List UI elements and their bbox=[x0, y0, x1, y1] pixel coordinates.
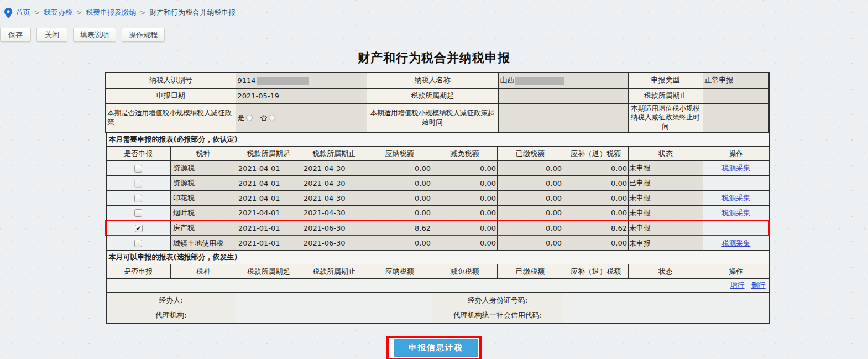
col-header-status: 状态 bbox=[629, 264, 703, 279]
vat-policy-no-label: 否 bbox=[260, 113, 268, 122]
cell-payable: 0.00 bbox=[367, 236, 432, 251]
taxpayer-name-label: 纳税人名称 bbox=[367, 72, 498, 88]
redaction-block bbox=[515, 77, 564, 85]
cell-action-empty bbox=[703, 176, 770, 191]
cell-paid: 0.00 bbox=[498, 176, 563, 191]
cell-paid: 0.00 bbox=[498, 206, 563, 221]
period-start-label: 税款所属期起 bbox=[367, 88, 498, 103]
declare-checkbox[interactable] bbox=[134, 165, 142, 173]
col-header-status: 状态 bbox=[629, 147, 703, 161]
cell-period-start: 2021-01-01 bbox=[236, 221, 301, 236]
taxpayer-id-label: 纳税人识别号 bbox=[106, 72, 236, 88]
vat-policy-end-value bbox=[703, 103, 769, 132]
breadcrumb-separator: > bbox=[140, 9, 145, 17]
col-header-payable: 应纳税额 bbox=[367, 264, 432, 279]
tax-source-collect-link[interactable]: 税源采集 bbox=[721, 209, 750, 217]
agency-code-value-field[interactable] bbox=[563, 308, 770, 324]
col-header-tax-type: 税种 bbox=[171, 264, 236, 279]
vat-policy-label: 本期是否适用增值税小规模纳税人减征政策 bbox=[106, 103, 236, 132]
table-row-tobacco-tax: 烟叶税 2021-04-01 2021-04-30 0.00 0.00 0.00… bbox=[106, 206, 770, 221]
breadcrumb-home[interactable]: 首页 bbox=[16, 8, 30, 18]
col-header-payable: 应纳税额 bbox=[367, 147, 432, 161]
col-header-declare: 是否申报 bbox=[106, 264, 171, 279]
col-header-period-end: 税款所属期止 bbox=[301, 147, 367, 161]
operation-procedure-button[interactable]: 操作规程 bbox=[122, 28, 165, 42]
cell-payable: 0.00 bbox=[367, 206, 432, 221]
declare-checkbox[interactable] bbox=[134, 209, 142, 217]
agency-value-field[interactable] bbox=[236, 308, 432, 324]
cell-reduction: 0.00 bbox=[432, 221, 498, 236]
declare-checkbox-checked[interactable]: ✔ bbox=[135, 225, 143, 232]
breadcrumb-tax-services[interactable]: 我要办税 bbox=[44, 8, 72, 18]
table-row-stamp-tax: 印花税 2021-04-01 2021-04-30 0.00 0.00 0.00… bbox=[106, 191, 770, 206]
declare-checkbox[interactable] bbox=[134, 240, 142, 247]
breadcrumb-current-page: 财产和行为税合并纳税申报 bbox=[149, 8, 236, 18]
tax-source-collect-link[interactable]: 税源采集 bbox=[721, 164, 750, 172]
table-row-urban-land-tax: 城镇土地使用税 2021-01-01 2021-06-30 0.00 0.00 … bbox=[106, 236, 770, 251]
breadcrumb-separator: > bbox=[76, 9, 82, 17]
status-badge: 未申报 bbox=[629, 191, 703, 206]
declaration-table: 本月需要申报的报表(必报部分，依认定) 是否申报 税种 税款所属期起 税款所属期… bbox=[105, 132, 770, 324]
highlight-annotation-box: 申报信息计税 bbox=[386, 336, 482, 359]
cell-period-end: 2021-06-30 bbox=[301, 236, 367, 251]
taxpayer-id-value: 9114 bbox=[236, 72, 367, 88]
tax-source-collect-link[interactable]: 税源采集 bbox=[721, 239, 750, 247]
col-header-paid: 已缴税额 bbox=[498, 147, 563, 161]
cell-paid: 0.00 bbox=[498, 221, 563, 236]
save-button[interactable]: 保存 bbox=[0, 28, 31, 42]
submit-area: 申报信息计税 bbox=[0, 336, 868, 359]
cell-tax-type: 印花税 bbox=[171, 191, 236, 206]
declare-checkbox bbox=[134, 180, 142, 188]
cell-paid: 0.00 bbox=[498, 191, 563, 206]
cell-payable: 0.00 bbox=[367, 176, 432, 191]
breadcrumb-declare-pay[interactable]: 税费申报及缴纳 bbox=[86, 8, 136, 18]
period-end-label: 税款所属期止 bbox=[628, 88, 703, 103]
vat-policy-yes-radio[interactable] bbox=[246, 115, 253, 121]
table-row-resource-tax-2: 资源税 2021-04-01 2021-04-30 0.00 0.00 0.00… bbox=[106, 176, 770, 191]
col-header-action: 操作 bbox=[703, 264, 770, 279]
agent-label: 经办人: bbox=[106, 293, 236, 308]
cell-period-end: 2021-04-30 bbox=[301, 206, 367, 221]
location-pin-icon bbox=[4, 8, 12, 18]
agent-row: 经办人: 经办人身份证号码: bbox=[106, 293, 770, 308]
col-header-due: 应补（退）税额 bbox=[563, 147, 629, 161]
col-header-period-start: 税款所属期起 bbox=[236, 264, 301, 279]
status-badge: 未申报 bbox=[629, 221, 703, 236]
required-section-title: 本月需要申报的报表(必报部分，依认定) bbox=[106, 132, 770, 147]
period-start-value bbox=[498, 88, 628, 103]
vat-policy-start-value bbox=[498, 103, 628, 132]
status-badge: 未申报 bbox=[629, 161, 703, 176]
status-badge: 未申报 bbox=[629, 236, 703, 251]
agent-id-value-field[interactable] bbox=[563, 293, 770, 308]
agent-value-field[interactable] bbox=[236, 293, 432, 308]
close-button[interactable]: 关闭 bbox=[36, 28, 67, 42]
vat-policy-no-radio[interactable] bbox=[269, 115, 275, 121]
cell-reduction: 0.00 bbox=[432, 191, 498, 206]
col-header-action: 操作 bbox=[703, 147, 770, 161]
tax-source-collect-link[interactable]: 税源采集 bbox=[721, 194, 750, 202]
cell-payable: 8.62 bbox=[367, 221, 432, 236]
breadcrumb-separator: > bbox=[34, 9, 40, 17]
col-header-paid: 已缴税额 bbox=[498, 264, 563, 279]
cell-period-start: 2021-04-01 bbox=[236, 161, 301, 176]
toolbar: 保存 关闭 填表说明 操作规程 bbox=[0, 19, 868, 42]
cell-reduction: 0.00 bbox=[432, 206, 498, 221]
table-row-resource-tax-1: 资源税 2021-04-01 2021-04-30 0.00 0.00 0.00… bbox=[106, 161, 770, 176]
cell-due: 0.00 bbox=[563, 176, 629, 191]
delete-row-link[interactable]: 删行 bbox=[751, 281, 766, 289]
add-row-link[interactable]: 增行 bbox=[730, 281, 744, 289]
calculate-tax-button[interactable]: 申报信息计税 bbox=[394, 339, 478, 357]
cell-due: 0.00 bbox=[563, 236, 629, 251]
cell-tax-type: 城镇土地使用税 bbox=[171, 236, 236, 251]
vat-policy-yes-label: 是 bbox=[238, 113, 245, 122]
taxpayer-name-value: 山西 bbox=[498, 72, 628, 88]
cell-reduction: 0.00 bbox=[432, 176, 498, 191]
vat-policy-radio-group: 是 否 bbox=[236, 103, 367, 132]
declare-checkbox[interactable] bbox=[134, 195, 142, 202]
cell-tax-type: 烟叶税 bbox=[171, 206, 236, 221]
col-header-period-start: 税款所属期起 bbox=[236, 147, 301, 161]
cell-period-start: 2021-04-01 bbox=[236, 191, 301, 206]
col-header-tax-type: 税种 bbox=[171, 147, 236, 161]
fill-instructions-button[interactable]: 填表说明 bbox=[73, 28, 116, 42]
cell-payable: 0.00 bbox=[367, 191, 432, 206]
